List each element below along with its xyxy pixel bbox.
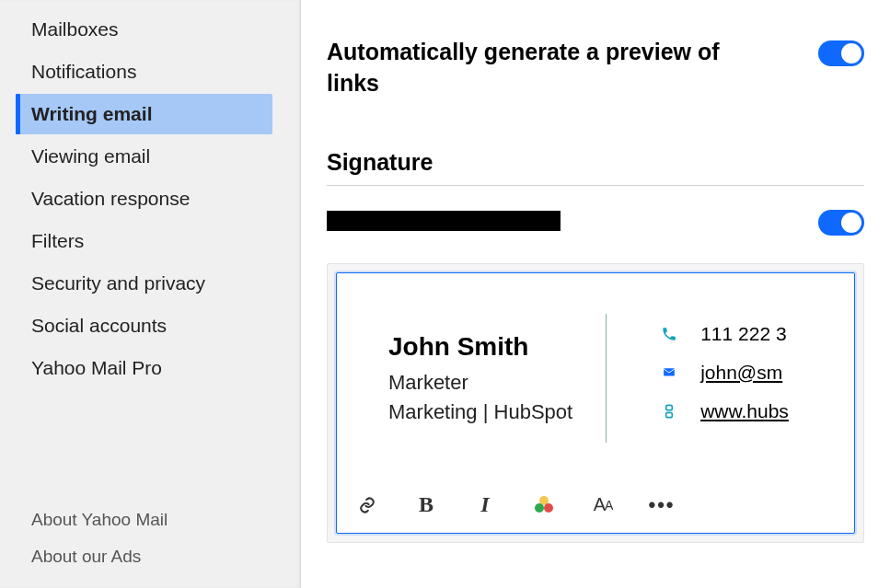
signature-editor-wrap: John Smith Marketer Marketing | HubSpot …: [327, 263, 864, 543]
sidebar-item-mailboxes[interactable]: Mailboxes: [18, 9, 272, 50]
sidebar-item-writing-email[interactable]: Writing email: [18, 94, 272, 134]
signature-website[interactable]: www.hubs: [700, 400, 789, 422]
toggle-link-preview[interactable]: [818, 40, 864, 66]
svg-rect-0: [664, 368, 675, 375]
signature-name[interactable]: John Smith: [388, 332, 572, 362]
toolbar-font-button[interactable]: AA: [589, 492, 617, 518]
settings-sidebar: Mailboxes Notifications Writing email Vi…: [0, 0, 301, 588]
signature-phone-row: 111 222 3: [660, 323, 789, 345]
signature-right-column: 111 222 3 john@sm www.hubs: [607, 314, 789, 443]
sidebar-item-filters[interactable]: Filters: [18, 221, 272, 261]
sidebar-footer: About Yahoo Mail About our Ads: [0, 502, 300, 588]
signature-email-row: john@sm: [660, 362, 789, 384]
signature-editor[interactable]: John Smith Marketer Marketing | HubSpot …: [336, 272, 855, 534]
signature-email[interactable]: john@sm: [700, 362, 782, 384]
signature-dept-company[interactable]: Marketing | HubSpot: [388, 400, 572, 424]
signature-left-column: John Smith Marketer Marketing | HubSpot: [388, 314, 607, 443]
settings-nav: Mailboxes Notifications Writing email Vi…: [0, 7, 300, 390]
divider: [327, 185, 864, 186]
svg-rect-2: [666, 412, 673, 417]
toolbar-italic-button[interactable]: I: [471, 492, 499, 518]
toolbar-link-button[interactable]: [353, 492, 381, 518]
signature-website-row: www.hubs: [660, 400, 789, 422]
svg-point-4: [535, 503, 544, 513]
email-icon: [660, 363, 678, 382]
setting-link-preview-title: Automatically generate a preview of link…: [327, 37, 750, 99]
signature-section-title: Signature: [327, 149, 864, 176]
signature-phone[interactable]: 111 222 3: [700, 323, 786, 345]
sidebar-item-viewing-email[interactable]: Viewing email: [18, 136, 272, 177]
sidebar-item-social-accounts[interactable]: Social accounts: [18, 306, 272, 346]
toolbar-bold-button[interactable]: B: [412, 492, 440, 518]
sidebar-item-security-privacy[interactable]: Security and privacy: [18, 263, 272, 304]
footer-link-about-yahoo-mail[interactable]: About Yahoo Mail: [31, 502, 269, 538]
sidebar-item-notifications[interactable]: Notifications: [18, 52, 272, 92]
signature-account-email-redacted: [327, 211, 561, 231]
sidebar-item-vacation-response[interactable]: Vacation response: [18, 179, 272, 219]
settings-main: Automatically generate a preview of link…: [301, 0, 890, 588]
signature-title[interactable]: Marketer: [388, 371, 572, 395]
signature-body[interactable]: John Smith Marketer Marketing | HubSpot …: [337, 273, 854, 479]
footer-link-about-our-ads[interactable]: About our Ads: [31, 538, 269, 575]
svg-rect-1: [666, 405, 673, 409]
signature-toolbar: B I AA •••: [337, 479, 854, 533]
svg-point-5: [544, 503, 553, 513]
setting-link-preview: Automatically generate a preview of link…: [327, 37, 864, 99]
toolbar-more-button[interactable]: •••: [648, 492, 676, 518]
toolbar-color-button[interactable]: [530, 492, 558, 518]
phone-icon: [660, 325, 678, 343]
link-icon: [660, 402, 678, 421]
signature-account-row: [327, 206, 864, 236]
sidebar-item-yahoo-mail-pro[interactable]: Yahoo Mail Pro: [18, 348, 272, 388]
toggle-signature[interactable]: [818, 210, 864, 236]
